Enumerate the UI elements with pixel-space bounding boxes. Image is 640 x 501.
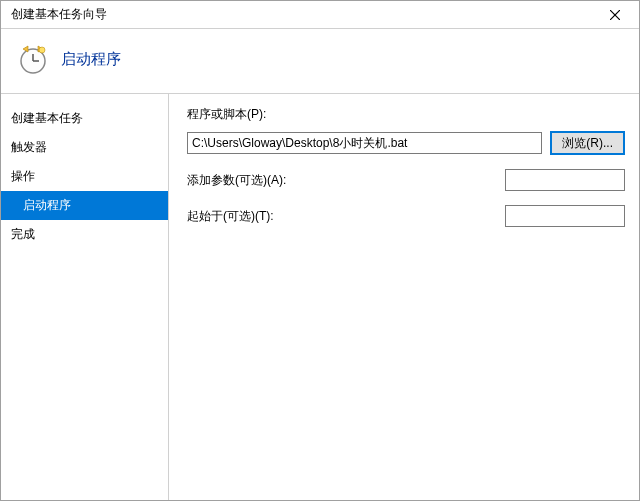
sidebar-item-label: 触发器 — [11, 140, 47, 154]
sidebar-item-label: 操作 — [11, 169, 35, 183]
window-title: 创建基本任务向导 — [11, 6, 597, 23]
program-row: 浏览(R)... — [187, 131, 625, 155]
wizard-window: 创建基本任务向导 启动程序 创建基本任 — [0, 0, 640, 501]
args-input[interactable] — [505, 169, 625, 191]
sidebar-item-start-program[interactable]: 启动程序 — [1, 191, 168, 220]
sidebar-item-create-task[interactable]: 创建基本任务 — [1, 104, 168, 133]
main-panel: 程序或脚本(P): 浏览(R)... 添加参数(可选)(A): 起始于(可选)(… — [169, 94, 639, 500]
clock-icon — [17, 43, 49, 75]
args-label: 添加参数(可选)(A): — [187, 172, 505, 189]
program-input[interactable] — [187, 132, 542, 154]
startin-input[interactable] — [505, 205, 625, 227]
sidebar-item-label: 创建基本任务 — [11, 111, 83, 125]
startin-row: 起始于(可选)(T): — [187, 205, 625, 227]
titlebar: 创建基本任务向导 — [1, 1, 639, 29]
header: 启动程序 — [1, 29, 639, 93]
sidebar-item-action[interactable]: 操作 — [1, 162, 168, 191]
startin-label: 起始于(可选)(T): — [187, 208, 505, 225]
page-title: 启动程序 — [61, 50, 121, 69]
program-label: 程序或脚本(P): — [187, 106, 625, 123]
sidebar-item-label: 启动程序 — [23, 198, 71, 212]
sidebar-item-trigger[interactable]: 触发器 — [1, 133, 168, 162]
sidebar: 创建基本任务 触发器 操作 启动程序 完成 — [1, 94, 169, 500]
body: 创建基本任务 触发器 操作 启动程序 完成 程序或脚本(P): 浏览(R)... — [1, 93, 639, 500]
close-button[interactable] — [597, 1, 633, 28]
sidebar-item-label: 完成 — [11, 227, 35, 241]
args-row: 添加参数(可选)(A): — [187, 169, 625, 191]
svg-point-5 — [39, 47, 45, 53]
sidebar-item-finish[interactable]: 完成 — [1, 220, 168, 249]
close-icon — [610, 7, 620, 23]
browse-button[interactable]: 浏览(R)... — [550, 131, 625, 155]
